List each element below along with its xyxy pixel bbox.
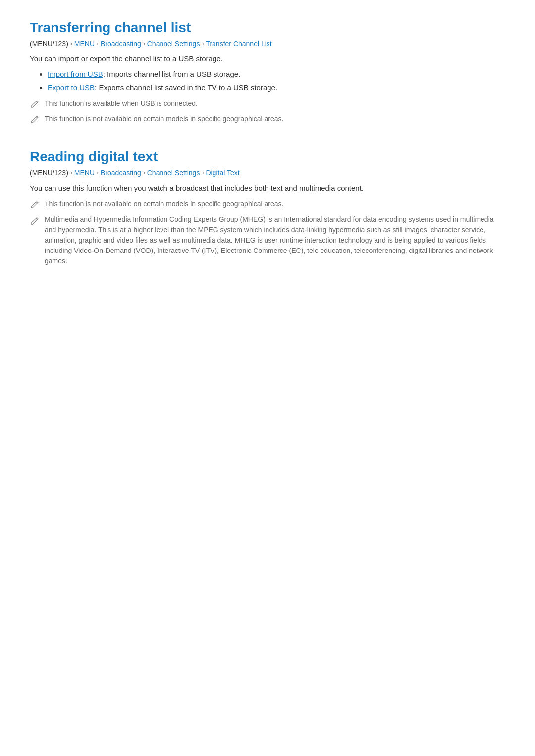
breadcrumb-sep3: › xyxy=(143,40,145,47)
bullet-export-text: : Exports channel list saved in the TV t… xyxy=(95,83,277,92)
breadcrumb-broadcasting[interactable]: Broadcasting xyxy=(101,40,141,48)
breadcrumb2-sep2: › xyxy=(97,169,99,176)
section2-note2-text: Multimedia and Hypermedia Information Co… xyxy=(45,214,505,266)
bullet-export: Export to USB: Exports channel list save… xyxy=(48,83,505,92)
breadcrumb-menu[interactable]: MENU xyxy=(74,40,95,48)
breadcrumb2-menu[interactable]: MENU xyxy=(74,169,95,177)
section1-note1-text: This function is available when USB is c… xyxy=(45,99,198,109)
import-from-usb-link[interactable]: Import from USB xyxy=(48,70,103,78)
bullet-import-text: : Imports channel list from a USB storag… xyxy=(103,70,241,78)
breadcrumb2-menu123: (MENU/123) xyxy=(30,169,68,177)
section2-intro: You can use this function when you watch… xyxy=(30,184,505,192)
pencil-icon-2 xyxy=(30,114,40,124)
breadcrumb-menu123: (MENU/123) xyxy=(30,40,68,48)
breadcrumb2-sep1: › xyxy=(70,169,72,176)
pencil-icon-3 xyxy=(30,200,40,209)
section1-title: Transferring channel list xyxy=(30,20,505,36)
breadcrumb-sep1: › xyxy=(70,40,72,47)
breadcrumb2-sep4: › xyxy=(202,169,204,176)
section2-title: Reading digital text xyxy=(30,149,505,165)
section1-note1: This function is available when USB is c… xyxy=(30,99,505,109)
export-to-usb-link[interactable]: Export to USB xyxy=(48,83,95,92)
breadcrumb-transfer-channel-list[interactable]: Transfer Channel List xyxy=(206,40,271,48)
breadcrumb2-digital-text[interactable]: Digital Text xyxy=(206,169,239,177)
breadcrumb2-channel-settings[interactable]: Channel Settings xyxy=(147,169,200,177)
pencil-icon-1 xyxy=(30,99,40,109)
section2-breadcrumb: (MENU/123) › MENU › Broadcasting › Chann… xyxy=(30,169,505,177)
section1-intro: You can import or export the channel lis… xyxy=(30,54,505,63)
section-transferring-channel-list: Transferring channel list (MENU/123) › M… xyxy=(30,20,505,124)
section1-bullet-list: Import from USB: Imports channel list fr… xyxy=(30,70,505,92)
bullet-import: Import from USB: Imports channel list fr… xyxy=(48,70,505,78)
section-reading-digital-text: Reading digital text (MENU/123) › MENU ›… xyxy=(30,149,505,266)
section2-note2: Multimedia and Hypermedia Information Co… xyxy=(30,214,505,266)
breadcrumb2-broadcasting[interactable]: Broadcasting xyxy=(101,169,141,177)
breadcrumb-channel-settings[interactable]: Channel Settings xyxy=(147,40,200,48)
section1-note2: This function is not available on certai… xyxy=(30,114,505,124)
section2-note1-text: This function is not available on certai… xyxy=(45,199,284,209)
section2-note1: This function is not available on certai… xyxy=(30,199,505,209)
section1-note2-text: This function is not available on certai… xyxy=(45,114,284,124)
breadcrumb-sep2: › xyxy=(97,40,99,47)
breadcrumb2-sep3: › xyxy=(143,169,145,176)
breadcrumb-sep4: › xyxy=(202,40,204,47)
pencil-icon-4 xyxy=(30,216,40,226)
section1-breadcrumb: (MENU/123) › MENU › Broadcasting › Chann… xyxy=(30,40,505,48)
